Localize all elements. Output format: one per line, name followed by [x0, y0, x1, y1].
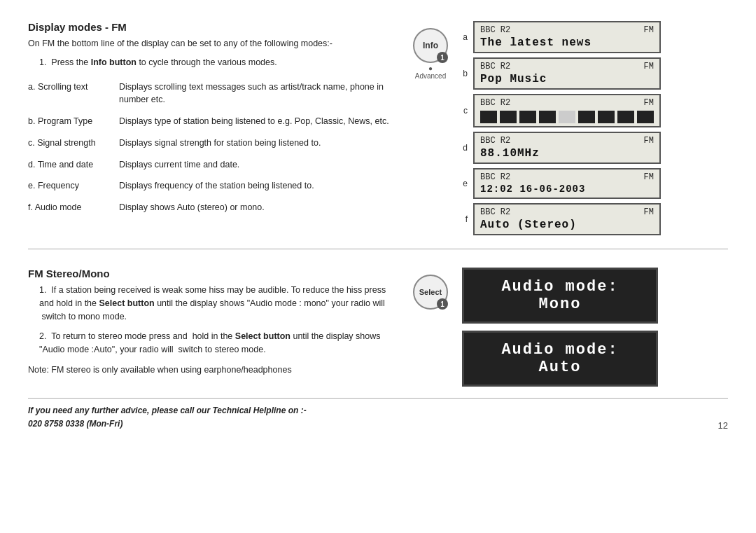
large-lcd-mono-text: Audio mode: Mono [475, 278, 645, 313]
lcd-c-top-right: FM [644, 98, 654, 108]
block-1 [480, 111, 497, 123]
advanced-label: ● Advanced [413, 64, 448, 80]
intro-fm: On FM the bottom line of the display can… [28, 37, 399, 50]
select-button[interactable]: Select 1 [413, 275, 448, 310]
block-5-empty [559, 111, 575, 123]
lcd-f-bottom: Auto (Stereo) [480, 219, 654, 231]
lcd-top-d: BBC R2 FM [480, 136, 654, 146]
lcd-c-top-left: BBC R2 [480, 98, 510, 108]
lcd-top-f: BBC R2 FM [480, 207, 654, 217]
page-number: 12 [718, 420, 728, 431]
lcd-a-top-right: FM [644, 25, 654, 35]
select-button-area: Select 1 [413, 275, 448, 387]
large-lcd-col: Audio mode: Mono Audio mode: Auto [462, 268, 658, 387]
stereo-item-2: 2. To return to stereo mode press and ho… [39, 330, 399, 357]
lcd-row-b: b BBC R2 FM Pop Music [455, 57, 661, 90]
lcd-d-top-left: BBC R2 [480, 136, 510, 146]
block-9 [637, 111, 654, 123]
select-button-bold-1: Select button [99, 298, 155, 308]
lcd-label-b: b [455, 69, 468, 78]
lcd-row-f: f BBC R2 FM Auto (Stereo) [455, 203, 661, 235]
block-6 [578, 111, 595, 123]
lcd-label-d: d [455, 143, 468, 153]
lcd-e-top-right: FM [644, 172, 654, 182]
lcd-panel-e: BBC R2 FM 12:02 16-06-2003 [473, 168, 661, 199]
mode-desc-b: Displays type of station being listened … [119, 111, 399, 132]
mode-desc-f: Display shows Auto (stereo) or mono. [119, 197, 399, 219]
lcd-row-d: d BBC R2 FM 88.10MHz [455, 132, 661, 164]
lcd-b-top-right: FM [644, 62, 654, 71]
mode-desc-a: Displays scrolling text messages such as… [119, 76, 399, 111]
info-button-label: Info [423, 41, 438, 50]
lcd-a-top-left: BBC R2 [480, 25, 510, 35]
lcd-c-blocks [480, 111, 654, 123]
mode-desc-e: Displays frequency of the station being … [119, 175, 399, 197]
lcd-panel-b: BBC R2 FM Pop Music [473, 57, 661, 90]
mode-row-d: d. Time and date Displays current time a… [28, 154, 399, 176]
lcd-panel-d: BBC R2 FM 88.10MHz [473, 132, 661, 164]
mode-row-b: b. Program Type Displays type of station… [28, 111, 399, 132]
lcd-top-e: BBC R2 FM [480, 172, 654, 182]
lcd-top-a: BBC R2 FM [480, 25, 654, 35]
large-lcd-auto-text: Audio mode: Auto [475, 341, 645, 376]
select-button-label: Select [419, 288, 442, 296]
top-section: Display modes - FM On FM the bottom line… [28, 21, 728, 237]
lcd-label-f: f [455, 214, 468, 224]
mode-label-c: c. Signal strength [28, 132, 119, 154]
footer-line-1: If you need any further advice, please c… [28, 404, 307, 417]
mode-row-e: e. Frequency Displays frequency of the s… [28, 175, 399, 197]
block-2 [500, 111, 517, 123]
block-7 [598, 111, 615, 123]
footer-text: If you need any further advice, please c… [28, 404, 307, 431]
bottom-content-row: Select 1 Audio mode: Mono Audio mode: Au… [413, 268, 658, 387]
mode-label-b: b. Program Type [28, 111, 119, 132]
block-3 [519, 111, 536, 123]
section-title-fm: Display modes - FM [28, 21, 399, 33]
mode-row-c: c. Signal strength Displays signal stren… [28, 132, 399, 154]
lcd-d-top-right: FM [644, 136, 654, 146]
mode-label-a: a. Scrolling text [28, 76, 119, 111]
mode-label-d: d. Time and date [28, 154, 119, 176]
lcd-f-top-left: BBC R2 [480, 207, 510, 217]
lcd-panel-c: BBC R2 FM [473, 94, 661, 127]
block-4 [539, 111, 556, 123]
select-button-bold-2: Select button [235, 331, 290, 341]
lcd-b-top-left: BBC R2 [480, 62, 510, 71]
block-8 [617, 111, 634, 123]
info-button[interactable]: Info 1 [413, 28, 448, 63]
large-lcd-mono: Audio mode: Mono [462, 268, 658, 324]
large-lcd-auto: Audio mode: Auto [462, 331, 658, 387]
stereo-note: Note: FM stereo is only available when u… [28, 364, 399, 377]
lcd-panel-a: BBC R2 FM The latest news [473, 21, 661, 53]
lcd-top-b: BBC R2 FM [480, 62, 654, 71]
bottom-section: FM Stereo/Mono 1. If a station being rec… [28, 268, 728, 387]
select-button-num: 1 [437, 298, 448, 310]
numbered-1: 1. Press the Info button to cycle throug… [39, 56, 399, 69]
lcd-f-top-right: FM [644, 207, 654, 217]
lcd-top-c: BBC R2 FM [480, 98, 654, 108]
mode-label-f: f. Audio mode [28, 197, 119, 219]
lcd-b-bottom: Pop Music [480, 73, 654, 85]
mode-row-f: f. Audio mode Display shows Auto (stereo… [28, 197, 399, 219]
stereo-item-1: 1. If a station being received is weak s… [39, 284, 399, 323]
lcd-e-top-left: BBC R2 [480, 172, 510, 182]
info-button-bold: Info button [91, 57, 136, 67]
lcd-label-e: e [455, 179, 468, 188]
left-column: Display modes - FM On FM the bottom line… [28, 21, 399, 237]
info-button-num: 1 [437, 52, 448, 63]
section-title-stereo: FM Stereo/Mono [28, 268, 399, 279]
lcd-a-bottom: The latest news [480, 36, 654, 49]
lcd-row-a: a BBC R2 FM The latest news [455, 21, 661, 53]
bottom-right: Select 1 Audio mode: Mono Audio mode: Au… [413, 268, 658, 387]
mode-label-e: e. Frequency [28, 175, 119, 197]
right-column: Info 1 ● Advanced a BBC R2 FM [413, 21, 658, 237]
lcd-panels-col: a BBC R2 FM The latest news b [455, 21, 661, 237]
mode-desc-c: Displays signal strength for station bei… [119, 132, 399, 154]
mode-desc-d: Displays current time and date. [119, 154, 399, 176]
lcd-row-c: c BBC R2 FM [455, 94, 661, 127]
right-top: Info 1 ● Advanced a BBC R2 FM [413, 21, 658, 237]
lcd-panel-f: BBC R2 FM Auto (Stereo) [473, 203, 661, 235]
mode-row-a: a. Scrolling text Displays scrolling tex… [28, 76, 399, 111]
bottom-left: FM Stereo/Mono 1. If a station being rec… [28, 268, 399, 387]
info-button-area: Info 1 ● Advanced [413, 28, 448, 80]
